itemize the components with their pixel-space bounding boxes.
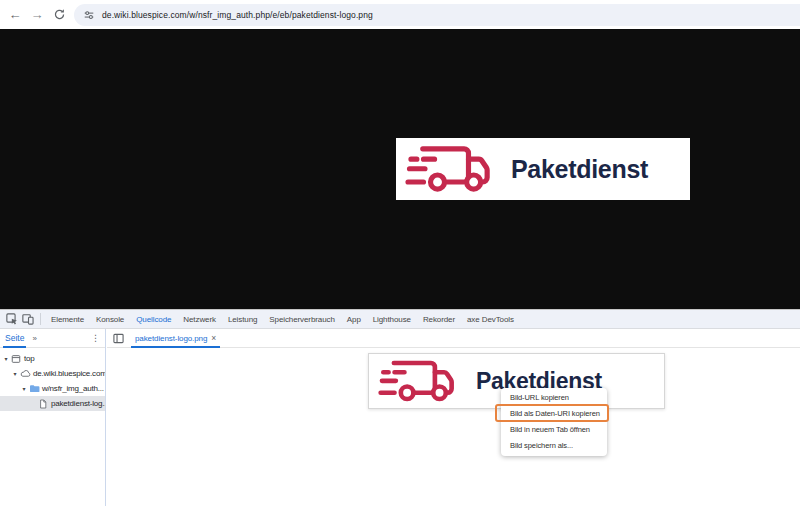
page-viewport: Paketdienst xyxy=(0,29,800,309)
pane-tab-seite[interactable]: Seite xyxy=(5,329,24,348)
tree-item-de-wiki-bluespice-com[interactable]: ▾de.wiki.bluespice.com xyxy=(0,366,105,381)
more-panes-chevron-icon[interactable]: » xyxy=(32,334,36,343)
editor-tab-paketdienst-logo[interactable]: paketdienst-logo.png × xyxy=(129,329,222,348)
expand-arrow-icon[interactable]: ▾ xyxy=(20,385,28,392)
devtools-tab-rekorder[interactable]: Rekorder xyxy=(417,310,461,328)
truck-icon xyxy=(405,140,501,199)
sources-sidebar: Seite » ⋮ ▾top▾de.wiki.bluespice.com▾w/n… xyxy=(0,329,106,506)
tree-item-top[interactable]: ▾top xyxy=(0,351,105,366)
back-button[interactable]: ← xyxy=(4,4,26,26)
devtools-tab-konsole[interactable]: Konsole xyxy=(90,310,130,328)
address-bar[interactable]: de.wiki.bluespice.com/w/nsfr_img_auth.ph… xyxy=(74,4,800,26)
expand-arrow-icon[interactable]: ▾ xyxy=(2,355,10,362)
devtools-panel: ElementeKonsoleQuellcodeNetzwerkLeistung… xyxy=(0,309,800,506)
site-settings-icon[interactable] xyxy=(83,9,95,21)
editor-tabbar: paketdienst-logo.png × xyxy=(107,329,800,348)
sources-editor: paketdienst-logo.png × Paketdienst xyxy=(107,329,800,506)
devtools-tab-speicherverbrauch[interactable]: Speicherverbrauch xyxy=(263,310,340,328)
device-toolbar-button[interactable] xyxy=(20,312,36,327)
tree-item-label: de.wiki.bluespice.com xyxy=(33,369,105,378)
folder-icon xyxy=(28,384,40,393)
devtools-tab-leistung[interactable]: Leistung xyxy=(222,310,263,328)
image-preview-area: Paketdienst xyxy=(107,348,800,506)
tree-item-label: w/nsfr_img_auth... xyxy=(42,384,104,393)
cloud-icon xyxy=(19,369,31,378)
context-menu-item-bild-speichern-als-[interactable]: Bild speichern als... xyxy=(501,438,607,454)
frame-icon xyxy=(10,354,22,364)
inspect-element-button[interactable] xyxy=(4,312,20,327)
tree-item-paketdienst-log-[interactable]: paketdienst-log... xyxy=(0,396,105,411)
sidebar-menu-icon[interactable]: ⋮ xyxy=(91,333,100,343)
toggle-navigator-icon[interactable] xyxy=(111,331,125,345)
truck-icon xyxy=(378,355,464,408)
image-context-menu: Bild-URL kopierenBild als Daten-URI kopi… xyxy=(501,388,607,456)
tree-item-label: top xyxy=(24,354,35,363)
file-tree: ▾top▾de.wiki.bluespice.com▾w/nsfr_img_au… xyxy=(0,348,105,411)
devtools-tab-app[interactable]: App xyxy=(341,310,367,328)
context-menu-item-bild-url-kopieren[interactable]: Bild-URL kopieren xyxy=(501,390,607,406)
url-text: de.wiki.bluespice.com/w/nsfr_img_auth.ph… xyxy=(102,10,373,20)
tree-item-w-nsfr-img-auth-[interactable]: ▾w/nsfr_img_auth... xyxy=(0,381,105,396)
browser-window: ← → de.wiki.bluespice.com/w/nsfr_img_aut… xyxy=(0,0,800,506)
reload-icon xyxy=(53,8,66,21)
tab-close-icon[interactable]: × xyxy=(211,333,216,343)
context-menu-item-bild-in-neuem-tab-ffnen[interactable]: Bild in neuem Tab öffnen xyxy=(501,422,607,438)
file-icon xyxy=(37,399,49,409)
expand-arrow-icon[interactable]: ▾ xyxy=(11,370,19,377)
editor-tab-label: paketdienst-logo.png xyxy=(135,334,207,343)
reload-button[interactable] xyxy=(48,4,70,26)
toolbar-divider xyxy=(40,313,41,325)
page-image-paketdienst-logo[interactable]: Paketdienst xyxy=(396,138,690,200)
devtools-tab-lighthouse[interactable]: Lighthouse xyxy=(367,310,417,328)
tree-item-label: paketdienst-log... xyxy=(51,399,105,408)
sidebar-header: Seite » ⋮ xyxy=(0,329,105,348)
logo-wordmark: Paketdienst xyxy=(511,155,648,184)
devtools-tabbar: ElementeKonsoleQuellcodeNetzwerkLeistung… xyxy=(0,310,800,329)
forward-button[interactable]: → xyxy=(26,4,48,26)
devtools-tab-elemente[interactable]: Elemente xyxy=(45,310,90,328)
devtools-tab-netzwerk[interactable]: Netzwerk xyxy=(177,310,222,328)
browser-toolbar: ← → de.wiki.bluespice.com/w/nsfr_img_aut… xyxy=(0,0,800,29)
sources-panel: Seite » ⋮ ▾top▾de.wiki.bluespice.com▾w/n… xyxy=(0,329,800,506)
context-menu-item-bild-als-daten-uri-kopieren[interactable]: Bild als Daten-URI kopieren xyxy=(501,406,607,422)
devtools-tab-quellcode[interactable]: Quellcode xyxy=(130,310,177,328)
devtools-tab-axe-devtools[interactable]: axe DevTools xyxy=(461,310,520,328)
